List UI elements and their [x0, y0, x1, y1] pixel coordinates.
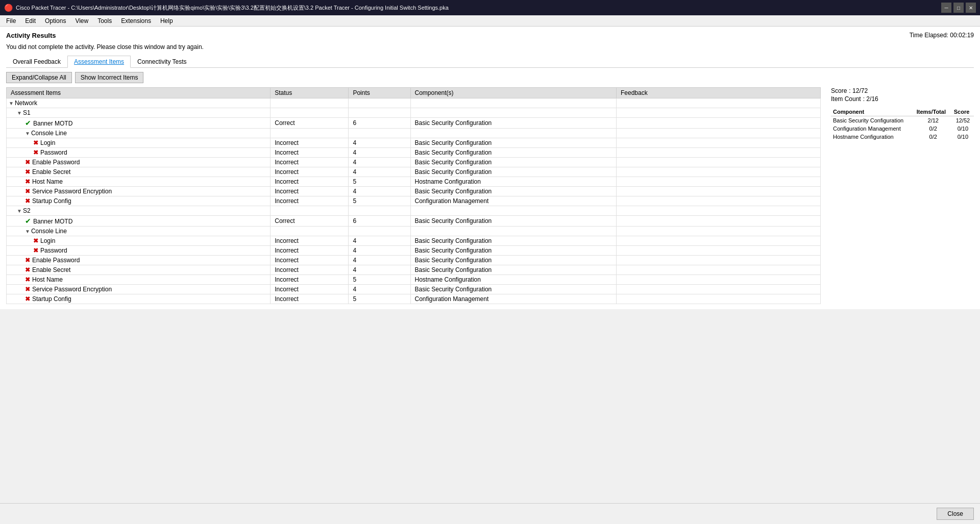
time-elapsed: Time Elapsed: 00:02:19 [910, 32, 974, 39]
table-cell-item: ✖Login [7, 236, 271, 246]
group-label: Console Line [31, 130, 67, 137]
score-score: 12/52 [952, 116, 974, 125]
table-row: ✖LoginIncorrect4Basic Security Configura… [7, 138, 821, 148]
table-cell-component: Basic Security Configuration [410, 138, 616, 148]
table-cell-component [410, 98, 616, 108]
table-cell-points: 4 [349, 148, 410, 158]
menu-view[interactable]: View [71, 16, 92, 26]
tab-connectivity-tests[interactable]: Connectivity Tests [131, 56, 193, 67]
table-cell-points [349, 227, 410, 236]
table-cell-feedback [617, 196, 821, 206]
table-row: ✖Enable SecretIncorrect4Basic Security C… [7, 167, 821, 177]
tab-assessment-items[interactable]: Assessment Items [67, 56, 131, 68]
table-cell-item: ▼S1 [7, 108, 271, 118]
item-label: Login [40, 237, 55, 244]
app-icon: 🔴 [4, 4, 13, 12]
collapse-icon[interactable]: ▼ [25, 229, 30, 234]
title-bar: 🔴 Cisco Packet Tracer - C:\Users\Adminis… [0, 0, 980, 15]
activity-title: Activity Results [6, 32, 56, 39]
incorrect-icon: ✖ [25, 257, 30, 264]
table-cell-points: 5 [349, 177, 410, 187]
group-label: Console Line [31, 228, 67, 235]
item-count-value: : 2/16 [863, 95, 878, 103]
table-row: ✖Host NameIncorrect5Hostname Configurati… [7, 177, 821, 187]
table-cell-status: Incorrect [271, 236, 349, 246]
table-cell-status: Correct [271, 216, 349, 227]
table-row: ✔Banner MOTDCorrect6Basic Security Confi… [7, 216, 821, 227]
table-cell-item: ✖Enable Password [7, 256, 271, 265]
collapse-icon[interactable]: ▼ [17, 208, 22, 214]
table-cell-feedback [617, 275, 821, 285]
table-cell-status: Incorrect [271, 138, 349, 148]
table-cell-component: Basic Security Configuration [410, 148, 616, 158]
menu-tools[interactable]: Tools [93, 16, 116, 26]
table-cell-status: Incorrect [271, 196, 349, 206]
table-cell-component: Basic Security Configuration [410, 246, 616, 256]
col-points: Points [349, 88, 410, 98]
table-cell-component: Hostname Configuration [410, 275, 616, 285]
table-cell-component [410, 206, 616, 216]
table-cell-points: 4 [349, 236, 410, 246]
table-cell-status [271, 227, 349, 236]
split-layout: Assessment Items Status Points Component… [6, 87, 974, 304]
table-cell-points [349, 129, 410, 138]
table-cell-feedback [617, 294, 821, 304]
score-row: Score : 12/72 [831, 87, 974, 94]
item-label: Enable Password [32, 257, 80, 264]
show-incorrect-button[interactable]: Show Incorrect Items [75, 72, 144, 83]
table-row: ✖Service Password EncryptionIncorrect4Ba… [7, 187, 821, 196]
expand-collapse-button[interactable]: Expand/Collapse All [6, 72, 72, 83]
title-bar-text: Cisco Packet Tracer - C:\Users\Administr… [16, 4, 449, 12]
score-items-total: 2/12 [915, 116, 952, 125]
table-cell-item: ✖Password [7, 246, 271, 256]
table-cell-points: 4 [349, 158, 410, 167]
menu-help[interactable]: Help [156, 16, 177, 26]
menu-edit[interactable]: Edit [21, 16, 40, 26]
table-cell-feedback [617, 246, 821, 256]
table-cell-feedback [617, 138, 821, 148]
tab-overall-feedback[interactable]: Overall Feedback [6, 56, 67, 67]
table-row: ▼S2 [7, 206, 821, 216]
menu-file[interactable]: File [2, 16, 20, 26]
minimize-button[interactable]: ─ [941, 3, 951, 13]
collapse-icon[interactable]: ▼ [17, 110, 22, 116]
collapse-icon[interactable]: ▼ [9, 101, 14, 106]
score-component-name: Basic Security Configuration [831, 116, 915, 125]
table-cell-item: ✖Host Name [7, 275, 271, 285]
table-cell-feedback [617, 187, 821, 196]
table-row: ✔Banner MOTDCorrect6Basic Security Confi… [7, 118, 821, 129]
table-cell-feedback [617, 236, 821, 246]
score-col-component: Component [831, 108, 915, 116]
score-panel: Score : 12/72 Item Count : 2/16 Componen… [821, 87, 974, 304]
menu-options[interactable]: Options [41, 16, 70, 26]
maximize-button[interactable]: □ [953, 3, 964, 13]
table-row: ✖PasswordIncorrect4Basic Security Config… [7, 148, 821, 158]
table-cell-status: Incorrect [271, 246, 349, 256]
table-row: ✖Enable PasswordIncorrect4Basic Security… [7, 158, 821, 167]
incorrect-icon: ✖ [25, 159, 30, 166]
window-close-button[interactable]: ✕ [966, 3, 976, 13]
collapse-icon[interactable]: ▼ [25, 131, 30, 136]
table-cell-item: ▼Console Line [7, 129, 271, 138]
table-cell-component: Hostname Configuration [410, 177, 616, 187]
table-cell-feedback [617, 227, 821, 236]
table-cell-item: ▼Network [7, 98, 271, 108]
item-label: Service Password Encryption [32, 286, 112, 293]
incorrect-icon: ✖ [25, 266, 30, 273]
table-row: ▼Network [7, 98, 821, 108]
item-label: Service Password Encryption [32, 188, 112, 195]
item-label: Banner MOTD [33, 218, 72, 225]
table-cell-item: ✖Service Password Encryption [7, 187, 271, 196]
group-label: Network [15, 99, 37, 107]
table-cell-feedback [617, 158, 821, 167]
table-cell-status: Incorrect [271, 285, 349, 294]
table-cell-status: Incorrect [271, 158, 349, 167]
item-label: Banner MOTD [33, 120, 72, 127]
main-content: Activity Results Time Elapsed: 00:02:19 … [0, 27, 980, 309]
item-label: Enable Secret [32, 266, 70, 273]
correct-icon: ✔ [25, 217, 31, 225]
score-table-row: Basic Security Configuration2/1212/52 [831, 116, 974, 125]
table-cell-item: ✖Service Password Encryption [7, 285, 271, 294]
score-table-row: Configuration Management0/20/10 [831, 124, 974, 133]
menu-extensions[interactable]: Extensions [117, 16, 155, 26]
